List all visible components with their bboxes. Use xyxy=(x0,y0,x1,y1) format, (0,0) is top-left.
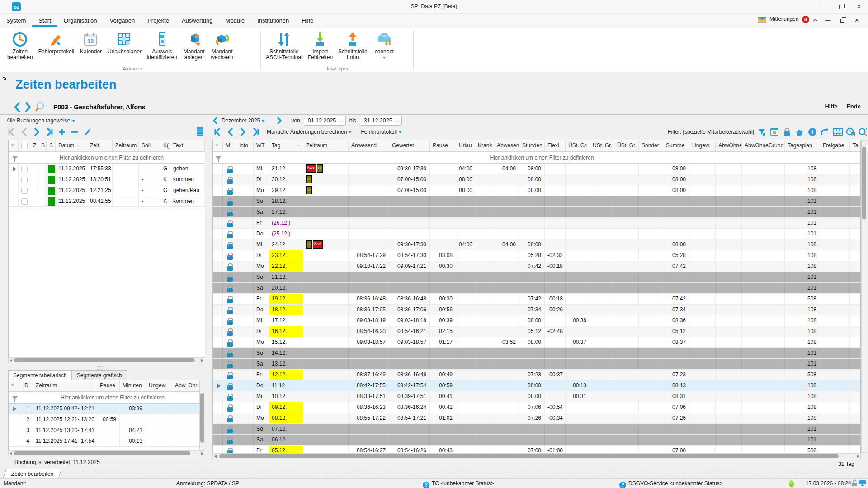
row-expander-cell[interactable] xyxy=(213,326,223,337)
segments-column-header[interactable]: ID xyxy=(20,380,33,391)
expander-icon[interactable] xyxy=(13,167,16,171)
zoom-icon[interactable] xyxy=(858,127,868,136)
segment-table-row[interactable]: 311.12.2025 13:20- 17:4104:21 xyxy=(9,425,205,436)
calendar-hscrollbar[interactable] xyxy=(212,453,861,459)
row-expander-cell[interactable] xyxy=(9,436,20,446)
segments-column-header[interactable]: * xyxy=(9,380,20,391)
row-expander-cell[interactable] xyxy=(213,424,223,434)
person-prev-button[interactable] xyxy=(14,102,21,113)
clock-calendar-icon[interactable]: 12 xyxy=(845,127,855,136)
row-expander-cell[interactable] xyxy=(213,207,223,217)
segments-column-header[interactable]: Ungew. xyxy=(146,380,172,391)
table-grid-icon[interactable] xyxy=(833,127,843,136)
month-prev-button[interactable] xyxy=(212,117,218,124)
window-minimize-button[interactable]: — xyxy=(814,0,832,14)
row-expander-cell[interactable] xyxy=(213,294,223,304)
ribbon-button-schnittstelle-lohn[interactable]: SchnittstelleLohn xyxy=(335,28,370,68)
absence-badge-hAs[interactable]: hAs xyxy=(306,164,316,173)
segments-column-header[interactable]: Zeitraum xyxy=(33,380,97,391)
info-icon[interactable]: i xyxy=(807,127,817,136)
redo-arrow-icon[interactable] xyxy=(820,127,830,136)
row-checkbox[interactable] xyxy=(21,166,28,172)
ribbon-button-urlaubsplaner[interactable]: Urlaubsplaner xyxy=(105,28,144,62)
bookings-column-header[interactable]: S xyxy=(47,140,56,151)
booking-edit-button[interactable] xyxy=(82,127,92,136)
row-expander-cell[interactable] xyxy=(213,283,223,293)
calendar-day-row[interactable]: Mi24.12.UhAs09:30-17:3004:0004:0008:0008… xyxy=(213,239,860,250)
calendar-column-header[interactable]: Freigabe xyxy=(820,140,850,151)
ribbon-button-connect[interactable]: connect xyxy=(370,28,398,68)
help-link[interactable]: Hilfe xyxy=(825,103,837,110)
menu-item-start[interactable]: Start xyxy=(32,14,57,27)
calendar-column-header[interactable]: Abwesend xyxy=(494,140,519,151)
month-next-button[interactable] xyxy=(277,117,282,124)
row-expander-cell[interactable] xyxy=(213,359,223,369)
absence-badge-U[interactable]: U xyxy=(306,186,312,194)
calendar-column-header[interactable]: Stunden xyxy=(519,140,545,151)
calendar-day-row[interactable]: Fr(26.12.)101 xyxy=(213,218,860,229)
calendar-column-header[interactable]: AbwOhne xyxy=(716,140,742,151)
bookings-hscrollbar[interactable] xyxy=(8,357,205,363)
row-expander-cell[interactable] xyxy=(213,164,223,174)
row-expander-cell[interactable] xyxy=(213,261,223,272)
calendar-column-header[interactable]: Ungew. xyxy=(689,140,716,151)
calendar-column-header[interactable]: ÜSt. Gr. xyxy=(566,140,590,151)
calendar-column-header[interactable]: Zeitraum xyxy=(303,140,349,151)
booking-table-row[interactable]: 11.12.202517:55:33-Ggehen xyxy=(9,164,205,174)
row-checkbox[interactable] xyxy=(21,177,28,183)
segments-hscrollbar[interactable] xyxy=(8,450,205,456)
menu-item-auswertung[interactable]: Auswertung xyxy=(175,14,219,27)
bookings-column-header[interactable]: Z xyxy=(30,140,38,151)
calendar-column-header[interactable]: Sonder xyxy=(639,140,663,151)
row-expander-cell[interactable] xyxy=(213,446,223,453)
segments-column-header[interactable]: Minuten xyxy=(120,380,146,391)
child-restore-button[interactable] xyxy=(836,14,848,27)
cal-next-button[interactable] xyxy=(238,127,248,136)
calendar-day-row[interactable]: Di30.12.U07:00-15:0008:0008:0008:00108 xyxy=(213,174,860,185)
booking-table-row[interactable]: 11.12.202513:20:51-Kkommen xyxy=(9,174,205,185)
child-minimize-button[interactable]: — xyxy=(822,14,834,27)
segment-table-row[interactable]: 111.12.2025 08:42- 12:2103:39 xyxy=(9,404,205,414)
window-close-button[interactable]: ✕ xyxy=(850,0,868,14)
absence-badge-U[interactable]: U xyxy=(317,164,323,173)
calendar-day-row[interactable]: Mo22.12.09:10-17:2209:09-17:2100:3007:42… xyxy=(213,261,860,272)
bookings-column-header[interactable]: * xyxy=(9,140,19,151)
lock-icon[interactable] xyxy=(782,127,792,136)
child-close-button[interactable]: ✕ xyxy=(851,14,863,27)
row-expander-cell[interactable] xyxy=(213,272,223,282)
row-expander-cell[interactable] xyxy=(213,391,223,402)
row-checkbox-cell[interactable] xyxy=(19,196,30,206)
select-all-checkbox[interactable] xyxy=(21,143,28,149)
bookings-column-header[interactable]: Zeitraum xyxy=(113,140,139,151)
bis-date-input[interactable]: 31.12.2025⌄ xyxy=(360,116,402,126)
ribbon-button-zeiten-bearbeiten[interactable]: Zeitenbearbeiten xyxy=(5,28,36,68)
calendar-column-header[interactable]: WT xyxy=(254,140,269,151)
person-search-icon[interactable] xyxy=(35,101,46,113)
booking-first-button[interactable] xyxy=(6,127,16,136)
calendar-day-row[interactable]: Fr19.12.08:36-16:4808:36-16:4800:3007:42… xyxy=(213,294,860,305)
booking-next-button[interactable] xyxy=(32,127,42,136)
calendar-day-row[interactable]: Mo15.12.09:03-18:5709:03-18:5701:1703:52… xyxy=(213,337,860,348)
calendar-column-header[interactable]: M xyxy=(223,140,236,151)
calendar-column-header[interactable]: Anwesend xyxy=(349,140,389,151)
calendar-column-header[interactable]: ÜSt. Gr. xyxy=(614,140,639,151)
row-expander-cell[interactable] xyxy=(213,402,223,413)
row-checkbox-cell[interactable] xyxy=(19,164,30,174)
calendar-column-header[interactable]: Info xyxy=(236,140,254,151)
row-expander-cell[interactable] xyxy=(213,337,223,347)
calendar-day-row[interactable]: Mo08.12.08:55-17:2208:54-17:2101:0107:26… xyxy=(213,413,860,424)
calendar-column-header[interactable]: * xyxy=(213,140,223,151)
absence-badge-U[interactable]: U xyxy=(306,240,312,249)
window-clock-icon[interactable] xyxy=(769,127,779,136)
calendar-day-row[interactable]: So21.12.101 xyxy=(213,272,860,283)
calendar-day-row[interactable]: Do18.12.08:36-17:0508:36-17:0600:5607:34… xyxy=(213,305,860,315)
ribbon-button-fehlerprotokoll[interactable]: Fehlerprotokoll xyxy=(36,28,77,62)
calendar-day-row[interactable]: So14.12.101 xyxy=(213,348,860,359)
calendar-column-header[interactable]: Urlau xyxy=(456,140,475,151)
collapse-caret[interactable]: > xyxy=(3,75,6,82)
booking-last-button[interactable] xyxy=(44,127,54,136)
cal-last-button[interactable] xyxy=(250,127,260,136)
end-link[interactable]: Ende xyxy=(846,103,861,110)
person-next-button[interactable] xyxy=(24,102,32,113)
ribbon-collapse-button[interactable] xyxy=(809,14,821,27)
